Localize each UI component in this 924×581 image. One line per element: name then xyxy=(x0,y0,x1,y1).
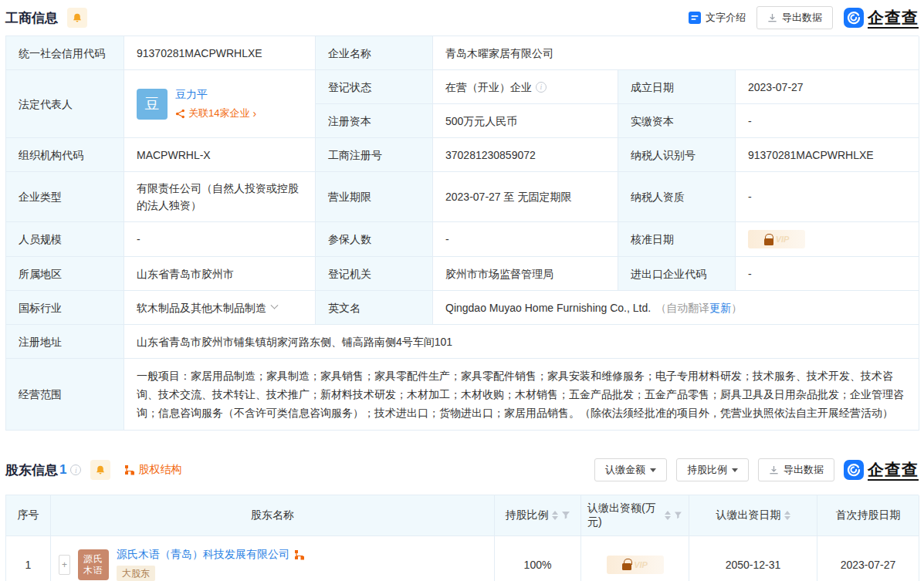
text-intro-icon xyxy=(689,12,701,24)
major-shareholder-badge: 大股东 xyxy=(117,566,155,581)
filter-icon[interactable] xyxy=(561,511,570,520)
value-english-name: Qingdao Muyao Home Furnishing Co., Ltd. … xyxy=(433,291,919,325)
download-icon xyxy=(769,465,779,475)
cell-seq-no: 1 xyxy=(6,536,51,581)
equity-structure-icon[interactable] xyxy=(294,549,305,560)
label-english-name: 英文名 xyxy=(316,291,433,325)
shareholder-avatar[interactable]: 源氏 木语 xyxy=(78,549,109,580)
equity-structure-icon xyxy=(124,464,135,475)
lock-icon xyxy=(622,563,631,570)
shareholder-export-button[interactable]: 导出数据 xyxy=(758,458,834,481)
value-taxpayer-qualification: - xyxy=(736,172,919,222)
shareholding-ratio-filter-label: 持股比例 xyxy=(687,463,727,477)
chevron-down-icon[interactable] xyxy=(271,302,279,309)
value-org-code: MACPWRHL-X xyxy=(124,138,316,172)
label-org-code: 组织机构代码 xyxy=(6,138,124,172)
shareholder-count: 1 xyxy=(59,462,66,478)
qcc-logo-icon xyxy=(844,460,864,480)
label-biz-reg-no: 工商注册号 xyxy=(316,138,433,172)
info-icon[interactable]: i xyxy=(536,82,547,93)
auto-translate-note-close: ） xyxy=(731,299,742,316)
label-business-term: 营业期限 xyxy=(316,172,433,222)
vip-label: VIP xyxy=(776,231,790,248)
value-biz-reg-no: 370281230859072 xyxy=(433,138,618,172)
header-seq-no: 序号 xyxy=(6,495,51,536)
value-approval-date: VIP xyxy=(736,222,919,257)
related-companies-link[interactable]: 关联14家企业 › xyxy=(175,105,256,122)
value-region: 山东省青岛市胶州市 xyxy=(124,257,316,291)
value-unified-code: 91370281MACPWRHLXE xyxy=(124,36,316,70)
text-intro-button[interactable]: 文字介绍 xyxy=(689,11,746,25)
subscribed-amount-filter-button[interactable]: 认缴金额 xyxy=(594,458,667,481)
cell-shareholder-name: + 源氏 木语 源氏木语（青岛）科技发展有限公司 大股东 xyxy=(51,536,495,581)
value-business-scope: 一般项目：家居用品制造；家具制造；家具销售；家具零配件生产；家具零配件销售；家具… xyxy=(124,359,919,431)
vip-lock-badge[interactable]: VIP xyxy=(748,230,805,248)
sort-icon[interactable] xyxy=(552,511,558,520)
translate-update-link[interactable]: 更新 xyxy=(709,299,731,316)
bell-icon xyxy=(72,12,83,24)
shareholder-section-header: 股东信息 1 i 股权结构 认缴金额 持股比例 xyxy=(5,455,919,485)
label-reg-status: 登记状态 xyxy=(316,70,433,104)
label-establish-date: 成立日期 xyxy=(618,70,736,104)
header-first-holding-date: 首次持股日期 xyxy=(817,495,919,536)
header-shareholder-name: 股东名称 xyxy=(51,495,495,536)
label-taxpayer-qualification: 纳税人资质 xyxy=(618,172,736,222)
legal-rep-avatar[interactable]: 豆 xyxy=(137,89,168,120)
value-import-export-code: - xyxy=(736,257,919,291)
equity-structure-link[interactable]: 股权结构 xyxy=(124,463,181,477)
label-staff-size: 人员规模 xyxy=(6,222,124,257)
auto-translate-note: （自动翻译 xyxy=(655,299,709,316)
shareholder-info-icon[interactable]: i xyxy=(70,464,81,475)
business-info-title: 工商信息 xyxy=(5,9,58,27)
value-reg-status: 在营（开业）企业 i xyxy=(433,70,618,104)
value-taxpayer-id: 91370281MACPWRHLXE xyxy=(736,138,919,172)
shareholder-avatar-line2: 木语 xyxy=(83,565,103,576)
qcc-logo: 企查查 xyxy=(844,460,919,481)
cell-subscription-date: 2050-12-31 xyxy=(689,536,817,581)
shareholding-ratio-filter-button[interactable]: 持股比例 xyxy=(676,458,749,481)
cell-first-holding-date: 2023-07-27 xyxy=(817,536,919,581)
shareholder-bell-button[interactable] xyxy=(90,460,110,480)
shareholder-avatar-line1: 源氏 xyxy=(83,553,103,565)
label-industry: 国标行业 xyxy=(6,291,124,325)
vip-lock-badge[interactable]: VIP xyxy=(607,556,664,574)
legal-rep-name-link[interactable]: 豆力平 xyxy=(175,86,256,103)
related-companies-label: 关联14家企业 xyxy=(188,105,249,122)
sort-icon[interactable] xyxy=(665,511,671,520)
value-registered-capital: 500万元人民币 xyxy=(433,104,618,138)
label-insured-count: 参保人数 xyxy=(316,222,433,257)
reg-status-text: 在营（开业）企业 xyxy=(445,79,532,96)
label-region: 所属地区 xyxy=(6,257,124,291)
legal-rep-nested-grid: 登记状态 在营（开业）企业 i 成立日期 2023-07-27 注册资本 500… xyxy=(316,70,919,138)
business-info-header: 工商信息 文字介绍 导出数据 xyxy=(5,0,919,35)
filter-icon[interactable] xyxy=(674,511,682,520)
bell-icon xyxy=(95,464,106,476)
export-data-button[interactable]: 导出数据 xyxy=(756,6,833,29)
industry-text: 软木制品及其他木制品制造 xyxy=(137,299,266,316)
label-approval-date: 核准日期 xyxy=(618,222,736,257)
label-paid-capital: 实缴资本 xyxy=(618,104,736,138)
label-registered-address: 注册地址 xyxy=(6,325,124,359)
qcc-logo-icon xyxy=(844,8,864,28)
qcc-logo-text: 企查查 xyxy=(868,460,919,481)
caret-down-icon xyxy=(732,468,738,472)
expand-row-button[interactable]: + xyxy=(59,555,70,575)
notification-bell-button[interactable] xyxy=(67,8,87,28)
sort-icon[interactable] xyxy=(784,511,790,520)
shareholder-name-link[interactable]: 源氏木语（青岛）科技发展有限公司 xyxy=(117,548,289,562)
value-paid-capital: - xyxy=(736,104,919,138)
value-business-term: 2023-07-27 至 无固定期限 xyxy=(433,172,618,222)
chevron-right-icon: › xyxy=(252,109,256,119)
shareholder-export-label: 导出数据 xyxy=(784,463,824,477)
header-subscription-date-label: 认缴出资日期 xyxy=(716,508,781,522)
value-staff-size: - xyxy=(124,222,316,257)
label-import-export-code: 进出口企业代码 xyxy=(618,257,736,291)
header-subscribed-amount: 认缴出资额(万元) xyxy=(581,495,689,536)
shareholder-info-title: 股东信息 xyxy=(5,461,58,479)
cell-shareholding-ratio: 100% xyxy=(495,536,581,581)
shareholder-table: 序号 股东名称 持股比例 认缴出资额(万元) 认缴出资日期 首次持股日期 1 + xyxy=(5,495,919,581)
download-icon xyxy=(767,13,777,23)
cell-subscribed-amount: VIP xyxy=(581,536,689,581)
value-company-type: 有限责任公司（自然人投资或控股的法人独资） xyxy=(124,172,316,222)
related-network-icon xyxy=(175,109,185,119)
